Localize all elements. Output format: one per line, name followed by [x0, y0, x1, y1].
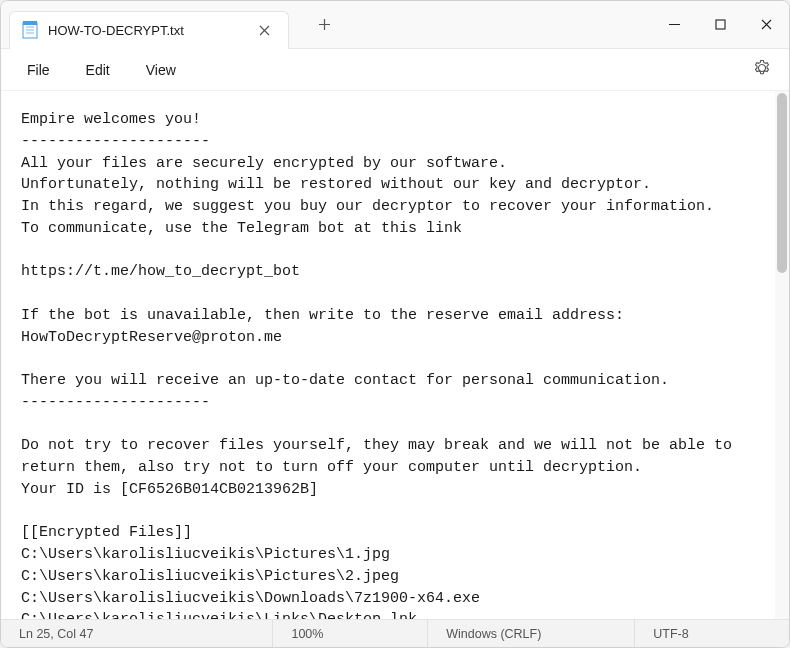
svg-rect-1: [23, 21, 37, 25]
active-tab[interactable]: HOW-TO-DECRYPT.txt: [9, 11, 289, 49]
gear-icon: [753, 63, 771, 80]
svg-rect-6: [716, 20, 725, 29]
tab-title: HOW-TO-DECRYPT.txt: [48, 23, 253, 38]
vertical-scrollbar[interactable]: [775, 91, 789, 619]
menu-edit[interactable]: Edit: [68, 56, 128, 84]
editor-area: Empire welcomes you! -------------------…: [1, 91, 789, 619]
maximize-button[interactable]: [697, 1, 743, 48]
menu-file[interactable]: File: [9, 56, 68, 84]
status-cursor-position[interactable]: Ln 25, Col 47: [1, 620, 273, 647]
status-encoding[interactable]: UTF-8: [635, 620, 789, 647]
status-line-ending[interactable]: Windows (CRLF): [428, 620, 635, 647]
settings-button[interactable]: [743, 53, 781, 87]
close-window-button[interactable]: [743, 1, 789, 48]
titlebar: HOW-TO-DECRYPT.txt: [1, 1, 789, 49]
menu-view[interactable]: View: [128, 56, 194, 84]
close-tab-button[interactable]: [253, 20, 276, 41]
notepad-icon: [22, 21, 38, 39]
new-tab-button[interactable]: [309, 10, 339, 40]
window-controls: [651, 1, 789, 48]
statusbar: Ln 25, Col 47 100% Windows (CRLF) UTF-8: [1, 619, 789, 647]
notepad-window: HOW-TO-DECRYPT.txt File Edit View: [0, 0, 790, 648]
menubar: File Edit View: [1, 49, 789, 91]
status-zoom[interactable]: 100%: [273, 620, 428, 647]
text-editor[interactable]: Empire welcomes you! -------------------…: [1, 91, 775, 619]
scrollbar-thumb[interactable]: [777, 93, 787, 273]
minimize-button[interactable]: [651, 1, 697, 48]
